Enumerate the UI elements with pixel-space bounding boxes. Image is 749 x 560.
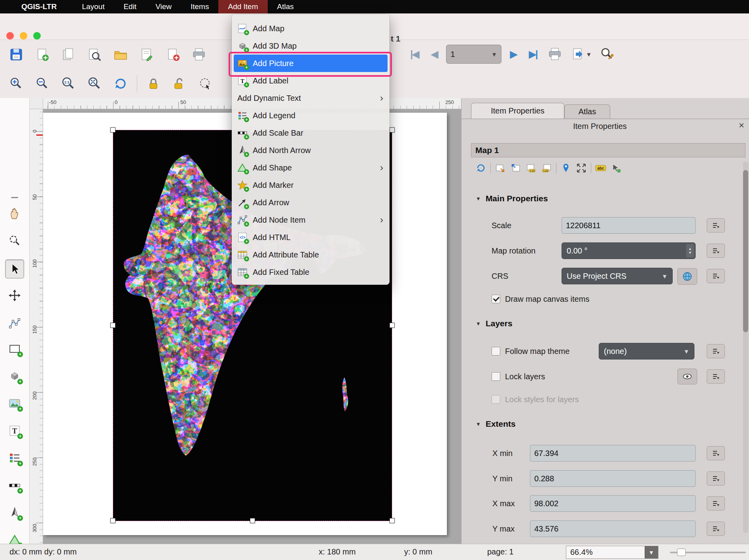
resize-handle-bottom-left[interactable] [110, 518, 115, 523]
layout-properties-button[interactable] [137, 45, 157, 64]
add-scale-bar-tool-button[interactable] [5, 476, 24, 495]
edit-nodes-tool-button[interactable] [5, 314, 24, 333]
lock-layers-checkbox[interactable] [492, 372, 500, 381]
resize-handle-top-left[interactable] [110, 127, 115, 132]
menu-item-add-legend[interactable]: Add Legend [232, 107, 390, 124]
menu-item-add-map[interactable]: Add Map [232, 20, 390, 37]
add-pages-button[interactable] [163, 45, 183, 64]
lock-layers-override-button[interactable] [707, 369, 725, 384]
zoom-in-button[interactable] [6, 74, 26, 94]
section-layers[interactable]: ▼ Layers [476, 319, 513, 328]
follow-theme-checkbox[interactable] [492, 347, 500, 356]
resize-handle-bottom-right[interactable] [390, 518, 395, 523]
menu-item-add-label[interactable]: T Add Label [232, 72, 390, 89]
xmin-field[interactable] [530, 445, 696, 462]
next-page-button[interactable]: ▶ [505, 44, 521, 64]
refresh-view-button[interactable] [111, 74, 131, 94]
previous-page-button[interactable]: ◀ [426, 44, 442, 64]
menu-add-item[interactable]: Add Item [218, 0, 267, 13]
zoom-settings-button[interactable] [597, 44, 617, 64]
scale-override-button[interactable] [707, 218, 725, 233]
add-picture-tool-button[interactable] [5, 394, 24, 413]
resize-handle-middle-right[interactable] [390, 323, 395, 328]
add-north-arrow-tool-button[interactable] [5, 503, 24, 522]
ymin-input[interactable] [534, 474, 691, 483]
close-button[interactable] [6, 32, 14, 40]
crs-dropdown[interactable]: Use Project CRS ▼ [562, 268, 673, 284]
scale-field[interactable] [562, 217, 696, 234]
dock-scrollbar-thumb[interactable] [743, 170, 748, 332]
move-content-pin-button[interactable] [560, 162, 572, 174]
menu-item-add-arrow[interactable]: Add Arrow [232, 194, 390, 211]
tab-atlas[interactable]: Atlas [564, 104, 610, 119]
follow-theme-dropdown[interactable]: (none) ▼ [599, 343, 694, 359]
xmin-input[interactable] [534, 449, 691, 458]
spinner-arrows[interactable]: ▲▼ [686, 244, 694, 257]
set-scale-match-button[interactable]: 1:23 [525, 162, 537, 174]
section-extents[interactable]: ▼ Extents [476, 419, 516, 429]
first-page-button[interactable]: |◀ [407, 44, 422, 64]
add-3d-map-tool-button[interactable] [5, 367, 24, 386]
ymax-input[interactable] [534, 524, 691, 534]
crs-override-button[interactable] [707, 269, 725, 283]
add-legend-tool-button[interactable] [5, 448, 24, 467]
zoom-level-combo[interactable]: 66.4% ▼ [566, 546, 658, 559]
pan-tool-button[interactable] [5, 204, 24, 223]
view-extent-button[interactable] [510, 162, 522, 174]
layout-manager-button[interactable] [85, 45, 104, 64]
menu-items[interactable]: Items [181, 0, 218, 13]
follow-theme-override-button[interactable] [707, 344, 725, 358]
menu-item-add-picture[interactable]: Add Picture [234, 55, 388, 72]
open-folder-button[interactable] [111, 45, 131, 64]
resize-handle-top-right[interactable] [390, 127, 395, 132]
xmax-override-button[interactable] [707, 496, 725, 511]
select-items-button[interactable] [196, 74, 216, 94]
fullscreen-button[interactable] [33, 32, 41, 40]
draw-canvas-items-checkbox[interactable] [492, 295, 500, 303]
zoom-out-button[interactable] [32, 74, 52, 94]
zoom-tool-button[interactable] [5, 231, 24, 250]
tab-item-properties[interactable]: Item Properties [471, 103, 564, 119]
menu-item-add-3d-map[interactable]: Add 3D Map [232, 37, 390, 55]
ymin-override-button[interactable] [707, 471, 725, 486]
unlock-all-button[interactable] [170, 74, 189, 94]
menu-item-add-dynamic-text[interactable]: Add Dynamic Text › [232, 89, 390, 107]
set-canvas-match-button[interactable]: 1:23 [541, 162, 552, 174]
resize-handle-bottom-middle[interactable] [250, 518, 255, 523]
menu-atlas[interactable]: Atlas [268, 0, 303, 13]
move-content-tool-button[interactable] [5, 286, 24, 305]
minimize-button[interactable] [20, 32, 27, 40]
zoom-full-button[interactable] [85, 74, 104, 94]
menu-item-add-shape[interactable]: Add Shape › [232, 159, 390, 176]
new-layout-button[interactable] [32, 45, 52, 64]
crs-select-button[interactable] [677, 268, 697, 285]
ymin-field[interactable] [530, 470, 696, 487]
rotation-override-button[interactable] [707, 244, 725, 258]
print-button[interactable] [189, 45, 209, 64]
lock-items-button[interactable] [144, 74, 163, 94]
zoom-slider-thumb[interactable] [677, 549, 686, 556]
ymax-override-button[interactable] [707, 522, 725, 536]
select-move-item-tool-button[interactable] [5, 259, 24, 278]
menu-item-add-north-arrow[interactable]: Add North Arrow [232, 142, 390, 159]
section-main-properties[interactable]: ▼ Main Properties [476, 194, 548, 203]
clipping-settings-button[interactable] [610, 162, 622, 174]
menu-edit[interactable]: Edit [114, 0, 146, 13]
export-button[interactable]: ▼ [569, 44, 593, 64]
xmax-field[interactable] [530, 495, 696, 512]
xmin-override-button[interactable] [707, 446, 725, 460]
menu-item-add-scale-bar[interactable]: Add Scale Bar [232, 124, 390, 142]
add-rectangle-tool-button[interactable] [5, 339, 24, 358]
page-number-combo[interactable]: ▼ [446, 45, 501, 64]
zoom-actual-button[interactable]: 1:1 [59, 74, 78, 94]
ymax-field[interactable] [530, 520, 696, 537]
menu-layout[interactable]: Layout [72, 0, 114, 13]
xmax-input[interactable] [534, 499, 691, 508]
menu-item-add-fixed-table[interactable]: Add Fixed Table [232, 263, 390, 281]
save-button[interactable] [6, 45, 26, 64]
add-label-tool-button[interactable]: T [5, 421, 24, 440]
menu-item-add-html[interactable]: </> Add HTML [232, 229, 390, 246]
duplicate-layout-button[interactable] [59, 45, 78, 64]
menu-item-add-marker[interactable]: Add Marker [232, 176, 390, 194]
menu-view[interactable]: View [146, 0, 181, 13]
